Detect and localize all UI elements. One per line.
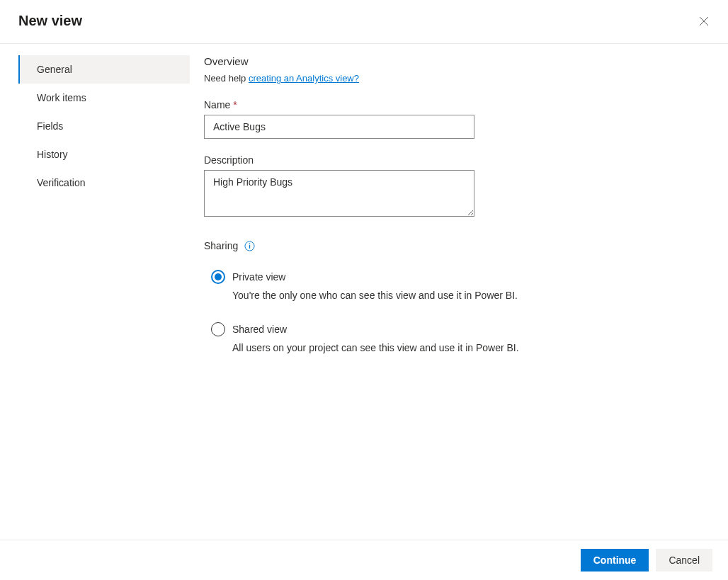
- sidebar-item-label: Fields: [37, 120, 63, 132]
- sidebar-item-general[interactable]: General: [18, 55, 190, 84]
- help-prefix: Need help: [204, 73, 249, 84]
- radio-circle-icon: [211, 322, 225, 336]
- sidebar: General Work items Fields History Verifi…: [0, 55, 190, 375]
- name-input[interactable]: [204, 115, 474, 139]
- sidebar-item-work-items[interactable]: Work items: [18, 84, 190, 112]
- footer: Continue Cancel: [0, 540, 728, 580]
- sidebar-item-label: Work items: [37, 92, 86, 103]
- description-input[interactable]: High Priority Bugs: [204, 170, 474, 217]
- description-label: Description: [204, 154, 714, 166]
- radio-private-view[interactable]: Private view: [211, 270, 714, 284]
- help-text: Need help creating an Analytics view?: [204, 73, 714, 84]
- close-icon[interactable]: [698, 16, 710, 27]
- radio-private-label: Private view: [232, 271, 285, 283]
- sidebar-item-label: History: [37, 149, 68, 160]
- radio-shared-label: Shared view: [232, 324, 287, 335]
- sidebar-item-label: General: [37, 64, 72, 75]
- radio-private-description: You're the only one who can see this vie…: [232, 290, 714, 301]
- sidebar-item-label: Verification: [37, 177, 85, 188]
- info-icon[interactable]: [244, 240, 255, 251]
- help-link[interactable]: creating an Analytics view?: [249, 73, 359, 84]
- radio-circle-selected-icon: [211, 270, 225, 284]
- main-content: Overview Need help creating an Analytics…: [190, 55, 728, 375]
- cancel-button[interactable]: Cancel: [656, 549, 712, 572]
- svg-rect-4: [249, 245, 250, 249]
- sidebar-item-fields[interactable]: Fields: [18, 112, 190, 140]
- page-title: New view: [18, 13, 82, 29]
- sidebar-item-verification[interactable]: Verification: [18, 169, 190, 197]
- svg-point-3: [249, 243, 250, 244]
- required-asterisk: *: [233, 99, 237, 110]
- overview-title: Overview: [204, 55, 714, 67]
- radio-shared-view[interactable]: Shared view: [211, 322, 714, 336]
- radio-shared-description: All users on your project can see this v…: [232, 342, 714, 353]
- name-label: Name *: [204, 99, 714, 110]
- sharing-label: Sharing: [204, 240, 238, 251]
- sidebar-item-history[interactable]: History: [18, 140, 190, 169]
- continue-button[interactable]: Continue: [581, 549, 649, 572]
